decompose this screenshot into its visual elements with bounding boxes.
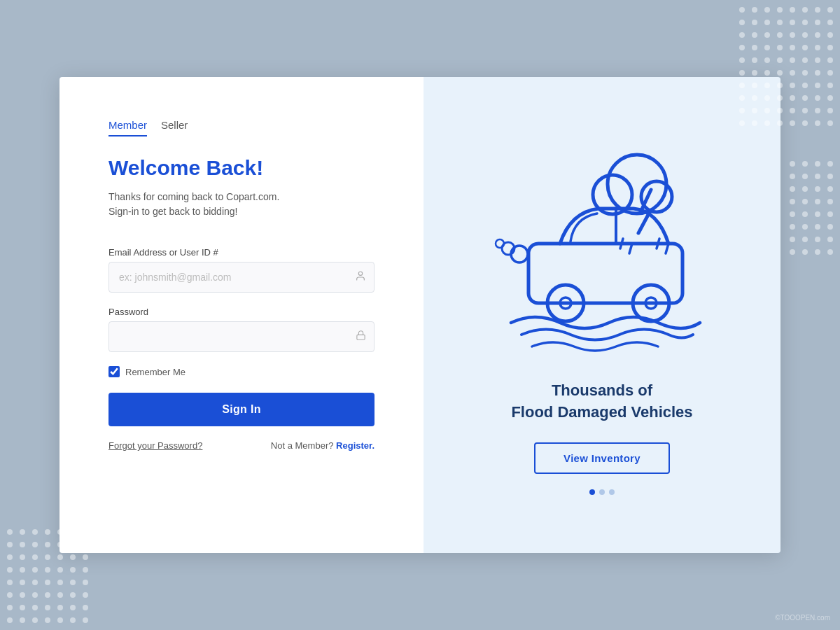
svg-point-2	[608, 155, 666, 214]
password-input-wrapper	[108, 321, 374, 352]
email-group: Email Address or User ID #	[108, 247, 374, 293]
svg-point-0	[358, 272, 362, 275]
view-inventory-button[interactable]: View Inventory	[534, 442, 670, 474]
svg-rect-1	[357, 335, 365, 340]
main-card: Member Seller Welcome Back! Thanks for c…	[59, 77, 780, 553]
password-label: Password	[108, 307, 374, 317]
carousel-dot-3[interactable]	[609, 489, 615, 495]
carousel-dot-2[interactable]	[599, 489, 605, 495]
welcome-title: Welcome Back!	[108, 156, 374, 180]
password-group: Password	[108, 307, 374, 352]
dots-right-mid: (function(){ var d = document.currentScr…	[790, 161, 833, 255]
user-icon	[355, 270, 366, 284]
email-input-wrapper	[108, 262, 374, 293]
footer-links: Forgot your Password? Not a Member? Regi…	[108, 440, 374, 451]
email-label: Email Address or User ID #	[108, 247, 374, 258]
watermark: ©TOOOPEN.com	[775, 614, 830, 622]
carousel-dot-1[interactable]	[589, 489, 595, 495]
welcome-subtitle: Thanks for coming back to Copart.com. Si…	[108, 190, 374, 219]
not-member-text: Not a Member? Register.	[271, 440, 374, 451]
flood-car-illustration	[483, 135, 721, 359]
sign-in-button[interactable]: Sign In	[108, 393, 374, 426]
register-link[interactable]: Register.	[336, 440, 374, 451]
email-input[interactable]	[108, 262, 374, 293]
dots-bottom-left: (function(){ var d = document.currentScr…	[7, 529, 88, 623]
lock-icon	[356, 330, 366, 344]
auth-tabs: Member Seller	[108, 119, 374, 136]
remember-row: Remember Me	[108, 366, 374, 377]
carousel-dots	[589, 489, 615, 495]
password-input[interactable]	[108, 321, 374, 352]
forgot-password-link[interactable]: Forgot your Password?	[108, 440, 202, 451]
promo-panel: Thousands of Flood Damaged Vehicles View…	[424, 77, 780, 553]
tab-member[interactable]: Member	[108, 119, 147, 136]
remember-checkbox[interactable]	[108, 366, 120, 377]
tab-seller[interactable]: Seller	[161, 119, 188, 136]
login-panel: Member Seller Welcome Back! Thanks for c…	[59, 77, 424, 553]
remember-label[interactable]: Remember Me	[125, 367, 186, 377]
dots-top-right: (function(){ var d = document.currentScr…	[739, 7, 833, 126]
promo-title: Thousands of Flood Damaged Vehicles	[511, 380, 692, 424]
